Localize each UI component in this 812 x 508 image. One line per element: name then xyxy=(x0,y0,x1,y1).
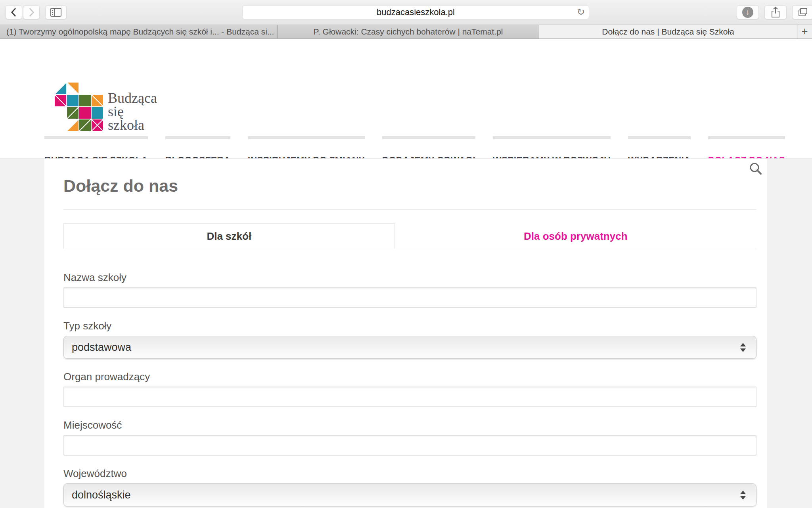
content-container: Dołącz do nas Dla szkół Dla osób prywatn… xyxy=(44,159,767,508)
logo-tile xyxy=(92,119,103,131)
logo-tile xyxy=(92,107,103,119)
back-chevron-icon xyxy=(10,7,18,18)
download-icon: ↓ xyxy=(742,7,753,18)
logo-tile xyxy=(55,83,66,94)
sidebar-toggle-button[interactable] xyxy=(45,5,67,19)
field-group-nazwa-szkoly: Nazwa szkoły xyxy=(63,271,756,308)
browser-tab-1[interactable]: (1) Tworzymy ogólnopolską mapę Budzących… xyxy=(0,25,278,38)
logo-tile xyxy=(67,95,79,106)
forward-button[interactable] xyxy=(23,5,40,19)
nav-item-bar xyxy=(382,136,475,139)
nav-item-bar xyxy=(248,136,365,139)
logo-line-2: się xyxy=(108,105,157,118)
nav-item-bar xyxy=(628,136,691,139)
forward-chevron-icon xyxy=(27,7,36,18)
logo-tile xyxy=(55,95,66,106)
miejscowosc-input[interactable] xyxy=(63,435,756,456)
logo-tile xyxy=(79,95,91,106)
select-value: dolnośląskie xyxy=(72,489,131,501)
logo-line-1: Budząca xyxy=(108,91,157,105)
address-bar-url: budzacasieszkola.pl xyxy=(377,7,455,17)
sidebar-icon xyxy=(50,8,62,17)
browser-toolbar: budzacasieszkola.pl ↻ ↓ xyxy=(0,0,812,25)
site-logo[interactable] xyxy=(55,83,103,131)
logo-tile xyxy=(67,83,79,94)
tab-dla-osob-prywatnych[interactable]: Dla osób prywatnych xyxy=(395,223,756,249)
back-button[interactable] xyxy=(6,5,22,19)
new-tab-button[interactable]: + xyxy=(797,25,812,38)
nav-item-bar xyxy=(493,136,611,139)
browser-tab-bar: (1) Tworzymy ogólnopolską mapę Budzących… xyxy=(0,25,812,39)
share-button[interactable] xyxy=(764,5,787,19)
browser-window: budzacasieszkola.pl ↻ ↓ (1) Tworzymy ogó… xyxy=(0,0,812,508)
browser-tab-2[interactable]: P. Głowacki: Czasy cichych bohaterów | n… xyxy=(278,25,539,38)
logo-line-3: szkoła xyxy=(108,118,157,132)
page-title: Dołącz do nas xyxy=(63,159,756,196)
wojewodztwo-select[interactable]: dolnośląskie xyxy=(63,483,756,506)
browser-tab-3-active[interactable]: Dołącz do nas | Budząca się Szkoła xyxy=(539,25,797,38)
select-value: podstawowa xyxy=(72,341,131,354)
nav-item-bar xyxy=(44,136,148,139)
logo-tile xyxy=(92,95,103,106)
tab-dla-szkol[interactable]: Dla szkół xyxy=(63,223,395,249)
nav-item-bar xyxy=(708,136,785,139)
reload-icon[interactable]: ↻ xyxy=(577,6,585,17)
field-label: Nazwa szkoły xyxy=(63,271,756,284)
tabs-overview-icon xyxy=(797,7,808,17)
join-form: Nazwa szkoły Typ szkoły podstawowa Organ… xyxy=(63,271,756,506)
field-group-organ-prowadzacy: Organ prowadzący xyxy=(63,371,756,407)
search-icon xyxy=(749,162,762,175)
downloads-button[interactable]: ↓ xyxy=(737,5,759,19)
logo-tile xyxy=(79,107,91,119)
nazwa-szkoly-input[interactable] xyxy=(63,287,756,308)
nav-item-bar xyxy=(165,136,230,139)
select-arrows-icon xyxy=(740,491,746,500)
address-bar[interactable]: budzacasieszkola.pl ↻ xyxy=(242,5,589,19)
field-group-wojewodztwo: Województwo dolnośląskie xyxy=(63,468,756,506)
title-divider xyxy=(63,209,756,210)
share-icon xyxy=(770,6,781,18)
site-header: Budząca się szkoła BUDZĄCA SIĘ SZKOŁA BL… xyxy=(0,39,812,158)
field-label: Województwo xyxy=(63,468,756,480)
logo-tile xyxy=(67,107,79,119)
search-button[interactable] xyxy=(749,162,762,175)
field-group-miejscowosc: Miejscowość xyxy=(63,419,756,456)
logo-wordmark: Budząca się szkoła xyxy=(108,91,157,132)
show-all-tabs-button[interactable] xyxy=(792,5,812,19)
field-label: Miejscowość xyxy=(63,419,756,431)
organ-prowadzacy-input[interactable] xyxy=(63,387,756,407)
logo-tile xyxy=(79,119,91,131)
select-arrows-icon xyxy=(740,343,746,352)
form-tab-group: Dla szkół Dla osób prywatnych xyxy=(63,223,756,249)
field-group-typ-szkoly: Typ szkoły podstawowa xyxy=(63,320,756,359)
field-label: Organ prowadzący xyxy=(63,371,756,383)
field-label: Typ szkoły xyxy=(63,320,756,332)
logo-tile xyxy=(67,119,79,131)
typ-szkoly-select[interactable]: podstawowa xyxy=(63,336,756,359)
page-background: Dołącz do nas Dla szkół Dla osób prywatn… xyxy=(0,158,812,508)
